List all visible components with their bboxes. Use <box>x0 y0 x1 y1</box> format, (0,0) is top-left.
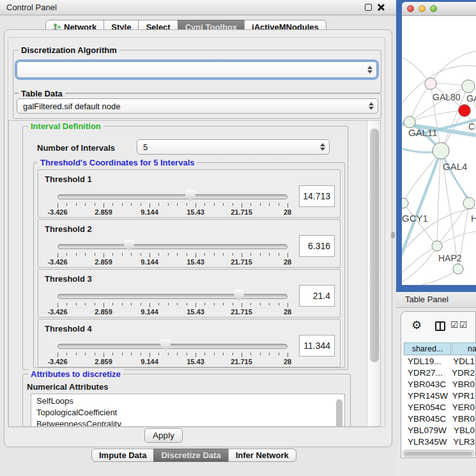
table-row[interactable]: YBR043CYBR0 <box>402 379 475 390</box>
network-edge <box>437 151 441 246</box>
threshold-3-panel: Threshold 3-3.4262.8599.14415.4321.71528… <box>38 269 341 318</box>
number-of-intervals-combo[interactable]: 5 <box>137 139 330 155</box>
apply-button[interactable]: Apply <box>144 428 183 443</box>
tick-mark <box>85 303 86 305</box>
tick-mark <box>196 203 196 208</box>
slider-thumb[interactable] <box>185 190 196 201</box>
network-node-GCY1[interactable] <box>402 198 408 208</box>
table-row[interactable]: YER054CYER0 <box>402 402 475 413</box>
table-panel-titlebar[interactable]: Table Panel <box>396 292 476 308</box>
cell-name: YER0 <box>449 402 475 413</box>
attribute-list-item[interactable]: BetweennessCentrality <box>31 418 344 427</box>
numerical-attributes-list[interactable]: SelfLoopsTopologicalCoefficientBetweenne… <box>31 394 345 427</box>
slider-thumb[interactable] <box>160 339 171 351</box>
tick-mark <box>104 353 104 357</box>
network-node-H[interactable] <box>463 197 475 209</box>
table-row[interactable]: YBR045CYBR0 <box>402 413 475 425</box>
group-title-thresholds: Threshold's Coordinates for 5 Intervals <box>38 158 197 167</box>
algorithm-combo[interactable] <box>17 61 377 78</box>
cell-name: YIL0 <box>452 448 473 449</box>
tick-mark <box>131 203 132 206</box>
tick-mark <box>279 203 279 206</box>
threshold-value-field[interactable]: 21.4 <box>299 285 335 307</box>
network-node-GAL11[interactable] <box>404 116 415 128</box>
cell-shared-name: YBR045C <box>402 413 449 425</box>
splitter-grip[interactable] <box>391 232 395 238</box>
threshold-value-field[interactable]: 6.316 <box>299 235 335 257</box>
tick-mark <box>233 353 233 355</box>
network-node-HAP2[interactable] <box>432 241 442 251</box>
cell-name: YLR3 <box>450 436 475 448</box>
tick-mark <box>122 253 123 256</box>
checkbox-icon[interactable]: ☑ <box>459 319 468 330</box>
network-node-GAL4[interactable] <box>433 142 449 159</box>
tick-mark <box>95 303 95 305</box>
thresholds-coordinates-group: Threshold's Coordinates for 5 Intervals … <box>33 162 345 368</box>
tick-mark <box>168 253 169 256</box>
tick-mark <box>279 253 279 256</box>
tick-mark <box>288 353 288 357</box>
float-window-icon[interactable] <box>365 4 372 11</box>
tick-mark <box>269 253 270 256</box>
tick-mark <box>187 253 187 256</box>
tick-mark <box>269 203 270 206</box>
bottom-tab-discretize-data[interactable]: Discretize Data <box>153 449 228 462</box>
tick-mark <box>196 303 196 307</box>
slider-track[interactable] <box>58 194 288 199</box>
tick-label: 28 <box>284 358 291 365</box>
slider-thumb[interactable] <box>234 289 244 301</box>
table-horizontal-scrollbar[interactable] <box>403 450 475 457</box>
bottom-tab-infer-network[interactable]: Infer Network <box>228 449 296 462</box>
network-node-GAL80[interactable] <box>425 78 436 89</box>
gear-icon[interactable]: ⚙ <box>411 318 422 332</box>
main-scrollbar-thumb[interactable] <box>370 128 379 362</box>
close-icon[interactable] <box>376 3 385 12</box>
slider-thumb[interactable] <box>124 240 134 251</box>
tick-mark <box>76 303 77 305</box>
table-row[interactable]: YDR27...YDR2 <box>402 367 475 379</box>
column-header-name[interactable]: na <box>452 342 476 355</box>
close-traffic-light-icon[interactable] <box>407 5 414 12</box>
tick-label: 2.859 <box>95 208 112 216</box>
network-edge <box>403 151 441 203</box>
table-rows: YDL19...YDL1YDR27...YDR2YBR043CYBR0YPR14… <box>402 356 475 449</box>
attribute-list-item[interactable]: SelfLoops <box>31 395 344 407</box>
threshold-value-field[interactable]: 11.344 <box>299 335 335 357</box>
table-row[interactable]: YBL079WYBL0 <box>402 425 475 436</box>
tick-label: 9.144 <box>141 358 158 365</box>
slider-track[interactable] <box>58 294 288 299</box>
checkbox-icon[interactable]: ☑ <box>450 319 459 330</box>
tick-mark <box>177 303 178 305</box>
zoom-traffic-light-icon[interactable] <box>430 5 437 12</box>
minimize-traffic-light-icon[interactable] <box>418 5 426 12</box>
table-data-combo[interactable]: galFiltered.sif default node <box>17 98 378 114</box>
tick-mark <box>177 253 178 256</box>
network-node-top-right[interactable] <box>462 80 475 93</box>
network-node-red[interactable] <box>459 105 471 117</box>
tick-mark <box>112 303 113 305</box>
table-row[interactable]: YPR145WYPR1 <box>402 390 475 402</box>
main-scrollbar[interactable] <box>367 121 381 427</box>
cell-shared-name: YER054C <box>402 402 449 413</box>
column-header-shared-name[interactable]: shared... <box>404 342 451 355</box>
tick-label: 2.859 <box>95 258 112 266</box>
attribute-list-item[interactable]: TopologicalCoefficient <box>31 407 344 418</box>
cell-shared-name: YDR27... <box>402 367 449 379</box>
table-row[interactable]: YLR345WYLR3 <box>402 436 475 448</box>
tick-mark <box>112 353 113 355</box>
table-row[interactable]: YDL19...YDL1 <box>402 356 475 367</box>
network-window-titlebar[interactable] <box>402 2 476 16</box>
threshold-value-field[interactable]: 14.713 <box>299 185 335 207</box>
columns-icon[interactable] <box>435 321 445 331</box>
slider-track[interactable] <box>58 244 288 249</box>
bottom-tab-impute-data[interactable]: Impute Data <box>91 449 154 462</box>
table-hscrollbar-thumb[interactable] <box>404 452 472 456</box>
tick-mark <box>250 203 251 206</box>
slider-track[interactable] <box>58 344 288 349</box>
control-panel-titlebar[interactable]: Control Panel <box>0 0 396 15</box>
tick-mark <box>85 203 86 206</box>
network-node-bottom[interactable] <box>453 264 463 274</box>
table-row[interactable]: YIL052CYIL0 <box>402 448 475 449</box>
network-canvas[interactable]: GAL80GACGAL11GAL4GCY1HHAP2 <box>402 16 476 285</box>
tick-label: 15.43 <box>187 308 204 316</box>
